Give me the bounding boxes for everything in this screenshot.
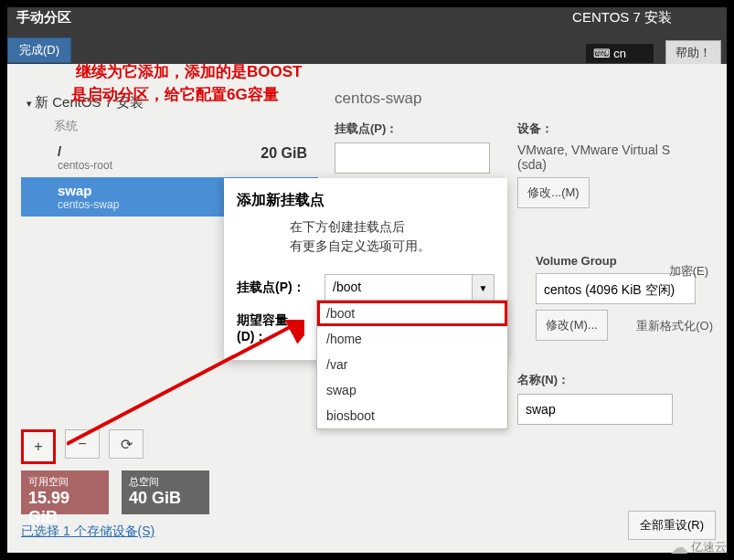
dropdown-option-boot[interactable]: /boot bbox=[317, 301, 507, 326]
dialog-mount-combo[interactable]: /boot ▼ bbox=[324, 274, 495, 301]
keyboard-layout-button[interactable]: cn bbox=[586, 44, 654, 63]
dialog-title: 添加新挂载点 bbox=[224, 178, 507, 217]
mount-point-input[interactable] bbox=[335, 143, 490, 174]
chevron-down-icon[interactable]: ▼ bbox=[472, 275, 494, 301]
modify-vg-button[interactable]: 修改(M)... bbox=[536, 310, 608, 341]
partition-row-root[interactable]: / centos-root 20 GiB bbox=[21, 138, 318, 177]
annotation-line-2: 是启动分区，给它配置6G容量 bbox=[71, 84, 279, 105]
mount-point-label: 挂载点(P)： bbox=[335, 121, 490, 137]
help-button[interactable]: 帮助！ bbox=[665, 40, 721, 66]
annotation-line-1: 继续为它添加，添加的是BOOST bbox=[76, 61, 302, 82]
dropdown-option-home[interactable]: /home bbox=[317, 326, 507, 352]
available-space-label: 可用空间 bbox=[28, 475, 101, 489]
total-space-value: 40 GiB bbox=[129, 489, 202, 508]
dialog-capacity-label: 期望容量(D)： bbox=[237, 312, 317, 345]
total-space-box: 总空间 40 GiB bbox=[122, 470, 209, 514]
cloud-icon: ☁ bbox=[670, 536, 688, 558]
system-group-label: 系统 bbox=[21, 114, 318, 138]
bottom-bar: 可用空间 15.99 GiB 总空间 40 GiB 已选择 1 个存储设备(S)… bbox=[7, 461, 727, 553]
detail-title: centos-swap bbox=[335, 90, 718, 108]
add-partition-button[interactable]: + bbox=[21, 429, 56, 464]
available-space-box: 可用空间 15.99 GiB bbox=[21, 470, 109, 514]
encrypt-checkbox-text[interactable]: 加密(E) bbox=[669, 263, 708, 280]
reload-button[interactable]: ⟳ bbox=[109, 429, 144, 459]
dialog-msg-2: 有更多自定义选项可用。 bbox=[224, 237, 507, 256]
dialog-msg-1: 在下方创建挂载点后 bbox=[224, 217, 507, 237]
dropdown-option-var[interactable]: /var bbox=[317, 352, 507, 377]
remove-partition-button[interactable]: − bbox=[65, 429, 100, 459]
top-bar: 手动分区 完成(D) CENTOS 7 安装 cn 帮助！ bbox=[7, 7, 727, 64]
total-space-label: 总空间 bbox=[129, 475, 202, 489]
device-label: 设备： bbox=[517, 121, 673, 137]
done-button[interactable]: 完成(D) bbox=[7, 37, 71, 63]
watermark: ☁ 亿速云 bbox=[670, 536, 727, 558]
dialog-mount-label: 挂载点(P)： bbox=[237, 280, 317, 296]
partition-toolbar: + − ⟳ bbox=[21, 429, 144, 464]
modify-device-button[interactable]: 修改...(M) bbox=[517, 177, 590, 208]
mount-point-dropdown: /boot /home /var swap biosboot bbox=[316, 300, 508, 429]
page-title: 手动分区 bbox=[16, 9, 71, 26]
available-space-value: 15.99 GiB bbox=[28, 489, 101, 527]
installer-title: CENTOS 7 安装 bbox=[572, 9, 672, 26]
storage-devices-link[interactable]: 已选择 1 个存储设备(S) bbox=[21, 523, 154, 540]
dialog-mount-value: /boot bbox=[325, 275, 472, 301]
partition-size: 20 GiB bbox=[261, 145, 307, 162]
dropdown-option-swap[interactable]: swap bbox=[317, 377, 507, 403]
name-input[interactable] bbox=[517, 394, 673, 425]
dropdown-option-biosboot[interactable]: biosboot bbox=[317, 403, 507, 428]
reformat-checkbox-text[interactable]: 重新格式化(O) bbox=[636, 318, 713, 334]
name-label: 名称(N)： bbox=[517, 372, 673, 388]
device-text: VMware, VMware Virtual S (sda) bbox=[517, 143, 673, 172]
